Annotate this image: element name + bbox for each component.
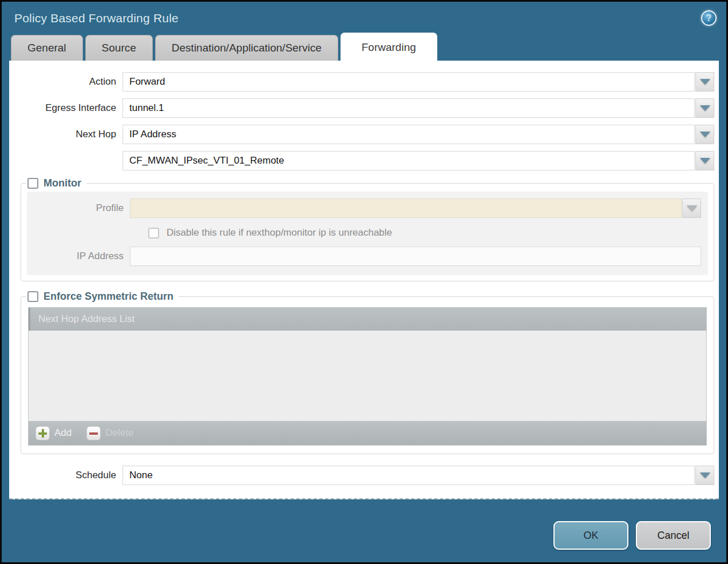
tab-destination-application-service[interactable]: Destination/Application/Service xyxy=(155,35,338,61)
dialog-titlebar: Policy Based Forwarding Rule ? xyxy=(2,2,726,33)
next-hop-address-list-table: Next Hop Address List Add Delete xyxy=(28,307,707,446)
disable-rule-row: Disable this rule if nexthop/monitor ip … xyxy=(148,227,708,239)
next-hop-address-row xyxy=(9,151,719,170)
next-hop-row: Next Hop xyxy=(9,125,719,144)
dialog-footer: OK Cancel xyxy=(553,521,711,550)
tab-forwarding[interactable]: Forwarding xyxy=(341,33,437,61)
next-hop-address-input[interactable] xyxy=(122,151,695,170)
profile-input xyxy=(130,198,682,218)
monitor-title: Monitor xyxy=(43,177,81,189)
plus-icon xyxy=(35,426,50,440)
chevron-down-icon xyxy=(700,472,710,478)
delete-button-label: Delete xyxy=(105,427,133,439)
monitor-ip-address-row: IP Address xyxy=(27,247,708,266)
tab-bar: General Source Destination/Application/S… xyxy=(11,33,726,61)
monitor-ip-address-label: IP Address xyxy=(27,251,130,262)
chevron-down-icon xyxy=(700,105,710,111)
enforce-symmetric-return-section: Enforce Symmetric Return Next Hop Addres… xyxy=(21,291,714,454)
next-hop-type-dropdown-button[interactable] xyxy=(695,125,714,144)
monitor-ip-address-input xyxy=(130,247,701,266)
schedule-input[interactable] xyxy=(122,466,695,485)
egress-interface-input[interactable] xyxy=(122,98,695,118)
action-input[interactable] xyxy=(122,72,695,92)
next-hop-address-dropdown-button[interactable] xyxy=(695,151,714,170)
monitor-disabled-block: Profile Disable this rule if nexthop/mon… xyxy=(27,192,708,275)
monitor-section: Monitor Profile Disable this rule if nex… xyxy=(21,177,714,281)
enforce-symmetric-return-checkbox[interactable] xyxy=(27,291,38,302)
action-row: Action xyxy=(9,72,719,92)
add-button[interactable]: Add xyxy=(35,426,72,440)
enforce-symmetric-return-title: Enforce Symmetric Return xyxy=(43,291,173,303)
next-hop-address-list-body[interactable] xyxy=(29,331,706,421)
schedule-row: Schedule xyxy=(9,466,719,485)
action-dropdown-button[interactable] xyxy=(695,72,714,92)
chevron-down-icon xyxy=(687,205,697,211)
minus-icon xyxy=(86,426,101,440)
enforce-symmetric-return-legend: Enforce Symmetric Return xyxy=(26,291,179,303)
monitor-checkbox[interactable] xyxy=(27,178,38,189)
action-label: Action xyxy=(9,76,122,88)
dialog-title: Policy Based Forwarding Rule xyxy=(14,11,714,25)
chevron-down-icon xyxy=(700,132,710,137)
tab-source[interactable]: Source xyxy=(85,35,153,61)
monitor-legend: Monitor xyxy=(26,177,86,189)
delete-button[interactable]: Delete xyxy=(86,426,133,440)
disable-rule-label: Disable this rule if nexthop/monitor ip … xyxy=(167,227,392,239)
help-icon[interactable]: ? xyxy=(701,10,717,26)
ok-button[interactable]: OK xyxy=(553,521,628,550)
schedule-dropdown-button[interactable] xyxy=(695,466,714,485)
add-button-label: Add xyxy=(54,427,72,439)
next-hop-type-input[interactable] xyxy=(122,125,695,144)
profile-label: Profile xyxy=(27,202,130,214)
cancel-button[interactable]: Cancel xyxy=(636,521,711,550)
chevron-down-icon xyxy=(700,79,710,85)
pbf-rule-dialog: Policy Based Forwarding Rule ? General S… xyxy=(0,0,728,564)
tab-general[interactable]: General xyxy=(11,35,83,61)
next-hop-address-list-header: Next Hop Address List xyxy=(29,308,706,331)
next-hop-address-list-toolbar: Add Delete xyxy=(29,421,706,445)
egress-interface-dropdown-button[interactable] xyxy=(695,98,714,118)
disable-rule-checkbox xyxy=(148,228,159,239)
chevron-down-icon xyxy=(700,158,710,164)
forwarding-tab-panel: Action Egress Interface Next Hop xyxy=(9,61,719,499)
profile-dropdown-button xyxy=(682,198,701,218)
next-hop-label: Next Hop xyxy=(9,129,122,140)
egress-interface-label: Egress Interface xyxy=(9,102,122,114)
schedule-label: Schedule xyxy=(9,470,122,481)
profile-row: Profile xyxy=(27,198,708,218)
egress-interface-row: Egress Interface xyxy=(9,98,719,118)
